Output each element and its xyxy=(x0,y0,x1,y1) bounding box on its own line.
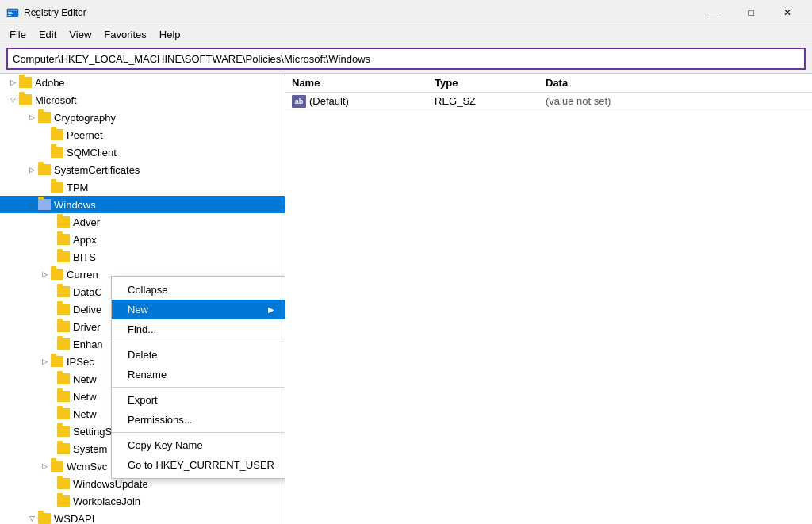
tree-item-wsdapi[interactable]: ▽ WSDAPI xyxy=(0,510,285,524)
folder-icon xyxy=(51,356,63,367)
tree-item-microsoft[interactable]: ▽ Microsoft xyxy=(0,91,285,109)
ctx-permissions[interactable]: Permissions... xyxy=(112,410,285,430)
ctx-find[interactable]: Find... xyxy=(112,319,285,339)
tree-item-bits[interactable]: ▷ BITS xyxy=(0,248,285,266)
ctx-collapse[interactable]: Collapse xyxy=(112,280,285,300)
folder-icon xyxy=(57,391,70,402)
tree-label: Cryptography xyxy=(54,112,116,124)
expand-icon: ▷ xyxy=(38,268,51,281)
ctx-gotohkcu[interactable]: Go to HKEY_CURRENT_USER xyxy=(112,455,285,475)
tree-item-appx[interactable]: ▷ Appx xyxy=(0,231,285,248)
ctx-collapse-label: Collapse xyxy=(128,284,168,296)
tree-item-adobe[interactable]: ▷ Adobe xyxy=(0,74,285,91)
col-data: Data xyxy=(539,75,812,90)
folder-icon xyxy=(57,321,70,332)
address-bar[interactable]: Computer\HKEY_LOCAL_MACHINE\SOFTWARE\Pol… xyxy=(6,48,806,70)
tree-label: Peernet xyxy=(67,129,103,141)
detail-header: Name Type Data xyxy=(285,74,812,93)
context-menu: Collapse New ▶ Find... Delete Rename Exp… xyxy=(111,276,285,479)
ctx-permissions-label: Permissions... xyxy=(128,414,193,426)
close-button[interactable]: ✕ xyxy=(769,0,806,25)
tree-item-cryptography[interactable]: ▷ Cryptography xyxy=(0,109,285,126)
tree-label: SystemCertificates xyxy=(54,164,140,176)
menu-file[interactable]: File xyxy=(3,27,33,42)
folder-icon xyxy=(51,182,63,193)
tree-label: Microsoft xyxy=(35,94,77,106)
folder-icon xyxy=(51,147,63,158)
tree-item-systemcertificates[interactable]: ▷ SystemCertificates xyxy=(0,161,285,178)
tree-item-adver[interactable]: ▷ Adver xyxy=(0,213,285,231)
tree-label: Appx xyxy=(73,234,97,246)
folder-icon xyxy=(57,443,70,454)
expand-icon: ▽ xyxy=(6,94,19,106)
ctx-delete[interactable]: Delete xyxy=(112,345,285,365)
detail-row-default[interactable]: ab (Default) REG_SZ (value not set) xyxy=(285,93,812,110)
ctx-copykey[interactable]: Copy Key Name xyxy=(112,435,285,455)
ctx-arrow: ▶ xyxy=(268,305,274,314)
tree-label: WindowsUpdate xyxy=(73,478,148,490)
address-path: Computer\HKEY_LOCAL_MACHINE\SOFTWARE\Pol… xyxy=(13,53,370,65)
folder-icon xyxy=(19,77,32,88)
ctx-separator-2 xyxy=(112,387,285,388)
folder-icon xyxy=(38,112,51,123)
ctx-rename[interactable]: Rename xyxy=(112,365,285,384)
folder-icon xyxy=(57,234,70,245)
expand-icon: ▷ xyxy=(6,76,19,89)
ctx-rename-label: Rename xyxy=(128,369,167,381)
tree-item-sqmclient[interactable]: ▷ SQMClient xyxy=(0,143,285,161)
folder-icon xyxy=(57,408,70,419)
tree-label: System xyxy=(73,443,107,455)
tree-item-tpm[interactable]: ▷ TPM xyxy=(0,178,285,196)
tree-label: Delive xyxy=(73,304,102,316)
col-type: Type xyxy=(428,75,539,90)
app-icon xyxy=(6,6,19,19)
tree-label: Curren xyxy=(67,269,98,281)
svg-rect-2 xyxy=(8,12,12,13)
expand-icon: ▷ xyxy=(25,111,38,124)
menu-view[interactable]: View xyxy=(63,27,98,42)
tree-item-peernet[interactable]: ▷ Peernet xyxy=(0,126,285,143)
ctx-export-label: Export xyxy=(128,394,158,406)
ctx-export[interactable]: Export xyxy=(112,390,285,410)
folder-icon xyxy=(57,495,70,507)
tree-item-windows[interactable]: ▽ Windows xyxy=(0,196,285,213)
expand-icon: ▷ xyxy=(38,355,51,368)
tree-label: Adobe xyxy=(35,77,65,89)
menu-edit[interactable]: Edit xyxy=(33,27,63,42)
folder-icon xyxy=(51,129,63,140)
maximize-button[interactable]: □ xyxy=(733,0,769,25)
tree-label: Netw xyxy=(73,408,97,420)
window-controls: — □ ✕ xyxy=(696,0,806,25)
tree-label: DataC xyxy=(73,286,102,298)
tree-pane: ▷ Adobe ▽ Microsoft ▷ Cryptography ▷ Pee… xyxy=(0,74,285,524)
folder-icon xyxy=(38,513,51,524)
tree-label: SQMClient xyxy=(67,147,117,159)
ctx-new-label: New xyxy=(128,304,148,316)
menu-help[interactable]: Help xyxy=(153,27,187,42)
ctx-delete-label: Delete xyxy=(128,349,158,361)
folder-icon xyxy=(57,426,70,437)
default-name-label: (Default) xyxy=(309,95,349,107)
tree-item-workplacejoin[interactable]: ▷ WorkplaceJoin xyxy=(0,492,285,510)
menu-favorites[interactable]: Favorites xyxy=(98,27,152,42)
tree-label: WcmSvc xyxy=(67,461,107,472)
menu-bar: File Edit View Favorites Help xyxy=(0,25,812,44)
expand-icon: ▽ xyxy=(25,512,38,524)
folder-icon xyxy=(38,199,51,210)
folder-icon xyxy=(57,373,70,384)
tree-label: Netw xyxy=(73,373,97,385)
folder-icon xyxy=(57,338,70,350)
cell-default-data: (value not set) xyxy=(539,94,812,109)
tree-label: WSDAPI xyxy=(54,513,94,525)
tree-label: Adver xyxy=(73,216,100,228)
minimize-button[interactable]: — xyxy=(696,0,733,25)
tree-label: Driver xyxy=(73,321,101,333)
ctx-new[interactable]: New ▶ xyxy=(112,300,285,319)
folder-icon xyxy=(57,478,70,489)
window-title: Registry Editor xyxy=(24,7,696,18)
cell-default-name: ab (Default) xyxy=(285,94,428,109)
ctx-gotohkcu-label: Go to HKEY_CURRENT_USER xyxy=(128,459,274,471)
expand-icon: ▷ xyxy=(38,460,51,472)
cell-default-type: REG_SZ xyxy=(428,94,539,109)
tree-label: TPM xyxy=(67,182,88,193)
